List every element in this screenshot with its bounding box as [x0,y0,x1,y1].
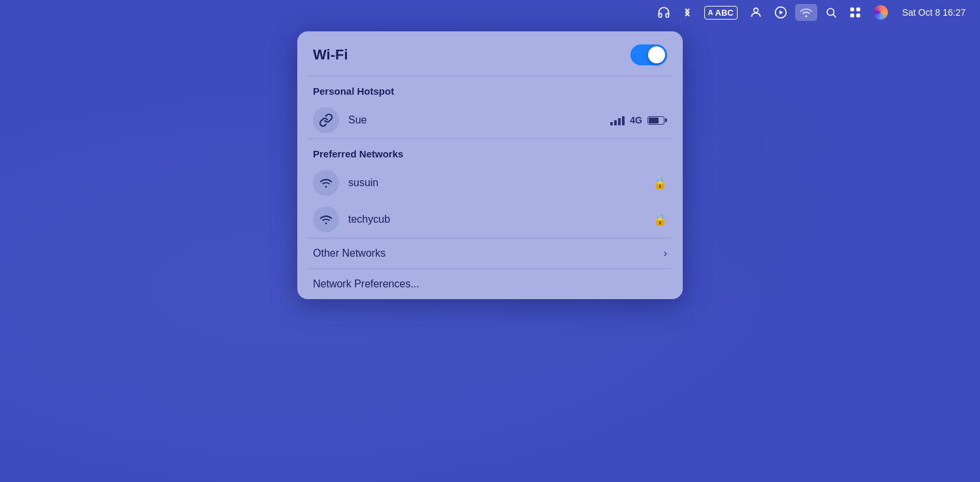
personal-hotspot-label: Personal Hotspot [297,76,683,102]
hotspot-icon-circle [313,107,339,133]
preferred-networks-label: Preferred Networks [297,139,683,165]
signal-type-label: 4G [630,115,642,125]
hotspot-meta: 4G [610,115,667,125]
siri-icon[interactable] [870,3,892,22]
control-center-icon[interactable] [845,3,866,22]
menubar: A ABC [0,0,980,25]
hotspot-name: Sue [348,114,601,126]
network-preferences-label: Network Preferences... [313,278,419,289]
wifi-menu-icon[interactable] [795,4,817,21]
spotlight-search-icon[interactable] [821,4,841,21]
svg-rect-6 [856,8,860,12]
network-susuin-item[interactable]: susuin 🔒 [297,165,683,201]
wifi-panel-header: Wi-Fi [297,31,683,76]
wifi-toggle[interactable] [630,44,667,65]
techycub-icon-circle [313,206,339,233]
susuin-lock-icon: 🔒 [653,176,667,190]
techycub-name: techycub [348,214,644,225]
svg-point-3 [827,8,834,16]
network-techycub-item[interactable]: techycub 🔒 [297,201,683,238]
svg-line-4 [833,14,836,17]
other-networks-row[interactable]: Other Networks › [297,238,683,268]
clock: Sat Oct 8 16:27 [898,5,970,20]
svg-rect-8 [856,14,860,18]
techycub-lock-icon: 🔒 [653,212,667,227]
headphones-icon[interactable] [653,3,674,22]
wifi-title: Wi-Fi [313,46,348,63]
chevron-right-icon: › [664,248,667,259]
now-playing-icon[interactable] [770,3,791,22]
hotspot-sue-item[interactable]: Sue 4G [297,102,683,138]
abc-label: ABC [715,8,734,18]
wifi-panel: Wi-Fi Personal Hotspot Sue 4G [297,31,683,299]
network-preferences-row[interactable]: Network Preferences... [297,269,683,299]
wifi-icon-susuin [319,177,333,189]
user-icon[interactable] [745,3,766,22]
svg-rect-7 [850,14,854,18]
svg-point-0 [753,8,758,12]
susuin-name: susuin [348,177,644,189]
svg-marker-2 [779,10,783,15]
signal-bars-icon [610,115,625,125]
wifi-icon-techycub [319,214,333,225]
battery-icon [647,116,667,125]
bluetooth-icon[interactable] [678,3,696,22]
other-networks-label: Other Networks [313,248,385,259]
svg-rect-5 [850,8,854,12]
chain-link-icon [319,113,333,127]
abc-input-icon[interactable]: A ABC [700,3,742,22]
susuin-icon-circle [313,170,339,196]
